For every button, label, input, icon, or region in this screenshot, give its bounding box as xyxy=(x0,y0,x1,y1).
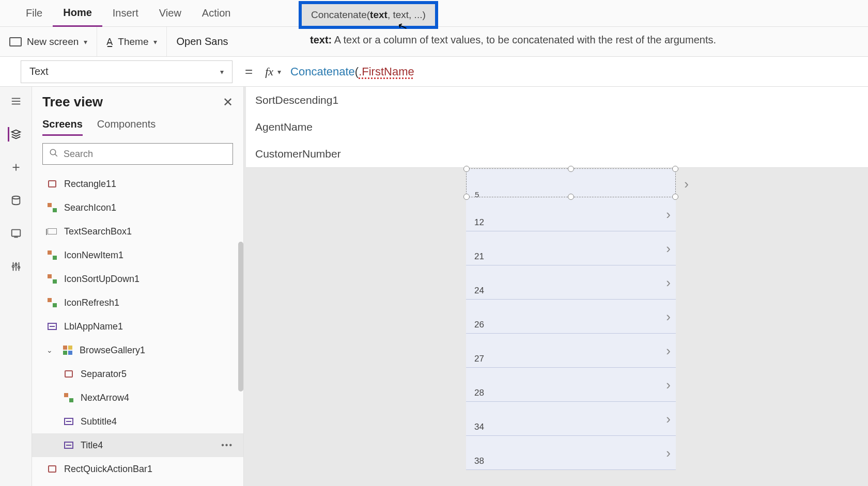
insert-icon[interactable] xyxy=(9,160,23,175)
help-desc: A text or a column of text values, to be… xyxy=(332,34,716,45)
tree-item-textsearchbox1[interactable]: TextSearchBox1 xyxy=(32,220,243,243)
tree-item-searchicon1[interactable]: SearchIcon1 xyxy=(32,196,243,220)
font-selector[interactable]: Open Sans xyxy=(167,36,237,48)
property-selector[interactable]: Text ▾ xyxy=(21,60,233,83)
close-icon[interactable]: ✕ xyxy=(223,95,233,109)
fx-icon[interactable]: fx xyxy=(265,65,277,79)
chevron-right-icon[interactable]: › xyxy=(666,207,671,223)
equals-sign: = xyxy=(233,64,265,80)
tree-item-iconrefresh1[interactable]: IconRefresh1 xyxy=(32,291,243,315)
tree-item-subtitle4[interactable]: Subtitle4 xyxy=(32,410,243,433)
tree-item-iconnewitem1[interactable]: IconNewItem1 xyxy=(32,243,243,267)
gallery-row[interactable]: 12› xyxy=(466,197,676,231)
scrollbar[interactable] xyxy=(238,242,243,391)
row-value: 12 xyxy=(474,217,484,228)
property-value: Text xyxy=(29,66,49,77)
tree-item-nextarrow4[interactable]: NextArrow4 xyxy=(32,386,243,410)
resize-handle[interactable] xyxy=(568,166,574,172)
tooltip-rest: , text, ...) xyxy=(388,9,426,20)
chevron-right-icon[interactable]: › xyxy=(666,411,671,427)
data-icon[interactable] xyxy=(9,193,23,208)
row-value: 34 xyxy=(474,422,484,432)
menu-file[interactable]: File xyxy=(16,0,53,27)
tooltip-fn: Concatenate( xyxy=(311,9,370,20)
menu-action[interactable]: Action xyxy=(192,0,241,27)
chevron-right-icon[interactable]: › xyxy=(684,176,689,192)
formula-member: .FirstName xyxy=(359,65,414,78)
resize-handle[interactable] xyxy=(672,166,678,172)
gallery-row[interactable]: 28› xyxy=(466,368,676,402)
selected-control[interactable]: › 5 xyxy=(466,168,676,197)
formula-fn: Concatenate xyxy=(290,65,355,78)
tree-item-label: NextArrow4 xyxy=(81,393,129,403)
tree-view-icon[interactable] xyxy=(8,127,22,142)
svg-point-8 xyxy=(15,264,17,266)
chevron-right-icon[interactable]: › xyxy=(666,445,671,461)
gallery-row[interactable]: 21› xyxy=(466,231,676,265)
suggestion-agentname[interactable]: AgentName xyxy=(246,114,868,140)
arg-help-text: text: A text or a column of text values,… xyxy=(310,34,716,46)
tree-item-browsegallery1[interactable]: ⌄BrowseGallery1 xyxy=(32,338,243,362)
tree-item-rectangle11[interactable]: Rectangle11 xyxy=(32,172,243,196)
new-screen-button[interactable]: New screen ▾ xyxy=(0,27,97,56)
chevron-right-icon[interactable]: › xyxy=(666,377,671,393)
autocomplete-list: SortDescending1AgentNameCustomerNumber xyxy=(246,87,868,168)
tree-item-label: BrowseGallery1 xyxy=(80,345,145,356)
svg-point-9 xyxy=(18,266,20,269)
media-icon[interactable] xyxy=(9,226,23,241)
chevron-down-icon[interactable]: ▾ xyxy=(277,68,281,76)
chevron-down-icon: ▾ xyxy=(84,38,87,46)
menu-insert[interactable]: Insert xyxy=(102,0,149,27)
tree-item-title4[interactable]: Title4••• xyxy=(32,433,243,457)
gallery-row[interactable]: 38› xyxy=(466,436,676,470)
menu-home[interactable]: Home xyxy=(53,0,102,27)
chevron-right-icon[interactable]: › xyxy=(666,241,671,257)
tree-item-lblappname1[interactable]: LblAppName1 xyxy=(32,315,243,338)
tree-item-label: Rectangle11 xyxy=(64,179,116,190)
gallery-row[interactable]: 27› xyxy=(466,334,676,368)
tree-item-label: RectQuickActionBar1 xyxy=(64,464,152,475)
tools-icon[interactable] xyxy=(9,259,23,274)
gallery-row[interactable]: 34› xyxy=(466,402,676,436)
suggestion-customernumber[interactable]: CustomerNumber xyxy=(246,140,868,167)
tree-item-label: IconRefresh1 xyxy=(64,297,119,308)
gallery-row[interactable]: 26› xyxy=(466,300,676,334)
gallery-row[interactable]: 24› xyxy=(466,265,676,300)
tab-components[interactable]: Components xyxy=(97,118,156,136)
screen-icon xyxy=(9,37,22,46)
row-value: 27 xyxy=(474,354,484,364)
tree-list: Rectangle11SearchIcon1TextSearchBox1Icon… xyxy=(32,172,243,486)
theme-button[interactable]: A̲ Theme ▾ xyxy=(97,27,167,56)
row-value: 28 xyxy=(474,388,484,398)
hamburger-icon[interactable] xyxy=(9,94,23,108)
more-icon[interactable]: ••• xyxy=(221,441,233,450)
chevron-right-icon[interactable]: › xyxy=(666,343,671,359)
row-value: 38 xyxy=(474,456,484,466)
chevron-down-icon: ▾ xyxy=(220,68,224,76)
row-value: 24 xyxy=(474,286,484,296)
tab-screens[interactable]: Screens xyxy=(42,118,83,136)
chevron-right-icon[interactable]: › xyxy=(666,275,671,291)
main-area: Tree view ✕ Screens Components Rectangle… xyxy=(0,87,868,486)
tree-item-label: IconSortUpDown1 xyxy=(64,274,140,285)
tree-item-separator5[interactable]: Separator5 xyxy=(32,362,243,386)
tree-item-iconsortupdown1[interactable]: IconSortUpDown1 xyxy=(32,267,243,291)
tree-item-label: Subtitle4 xyxy=(81,416,117,427)
menu-view[interactable]: View xyxy=(149,0,192,27)
tree-title: Tree view xyxy=(42,94,103,110)
function-signature-tooltip: Concatenate(text, text, ...) xyxy=(299,1,438,29)
tree-panel: Tree view ✕ Screens Components Rectangle… xyxy=(32,87,244,486)
tree-item-rectquickactionbar1[interactable]: RectQuickActionBar1 xyxy=(32,457,243,481)
resize-handle[interactable] xyxy=(463,166,470,172)
search-input[interactable] xyxy=(64,149,226,160)
tree-search[interactable] xyxy=(42,143,233,165)
chevron-right-icon[interactable]: › xyxy=(666,309,671,325)
canvas[interactable]: SortDescending1AgentNameCustomerNumber ›… xyxy=(244,87,868,486)
row-value: 26 xyxy=(474,320,484,330)
suggestion-sortdescending1[interactable]: SortDescending1 xyxy=(246,87,868,114)
formula-input[interactable]: Concatenate(.FirstName xyxy=(290,65,414,79)
chevron-down-icon[interactable]: ⌄ xyxy=(47,346,53,354)
help-label: text: xyxy=(310,34,332,45)
gallery-preview: › 5 12›21›24›26›27›28›34›38› xyxy=(466,168,676,470)
svg-point-7 xyxy=(12,265,14,268)
